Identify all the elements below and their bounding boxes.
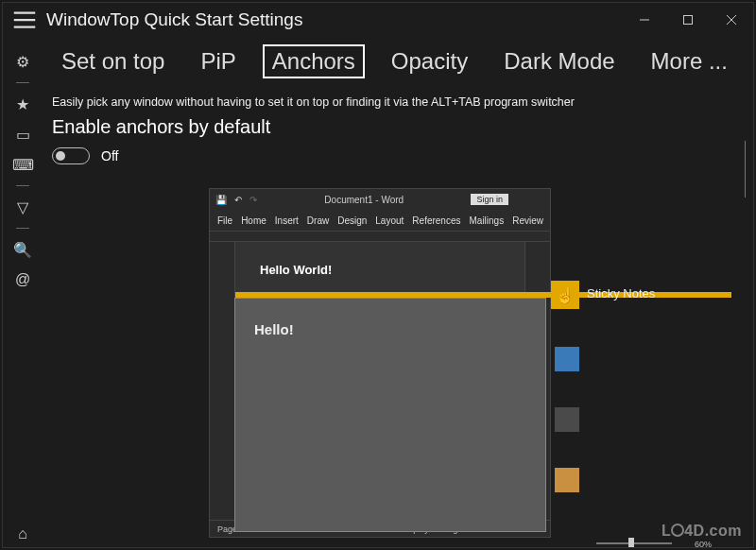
- toggle-state-text: Off: [101, 148, 118, 163]
- tab-dark-mode[interactable]: Dark Mode: [494, 44, 624, 78]
- keyboard-icon[interactable]: ⌨: [9, 151, 37, 178]
- at-icon[interactable]: @: [9, 266, 37, 293]
- word-menu: File Home Insert Draw Design Layout Refe…: [210, 210, 550, 231]
- toggle-knob: [56, 151, 65, 161]
- sticky-notes-label: Sticky Notes: [587, 286, 655, 301]
- menu-insert: Insert: [275, 215, 299, 226]
- search-icon[interactable]: 🔍: [9, 236, 37, 263]
- tab-anchors[interactable]: Anchors: [263, 44, 365, 78]
- maximize-button[interactable]: [666, 6, 710, 34]
- sticky-anchor-icon[interactable]: ☝: [551, 281, 579, 309]
- scrollbar-indicator[interactable]: [745, 141, 746, 198]
- zoom-slider-knob[interactable]: [628, 538, 634, 547]
- word-body-text: Hello World!: [260, 263, 500, 277]
- menu-home: Home: [241, 215, 266, 226]
- menu-mailings: Mailings: [469, 215, 504, 226]
- tab-bar: Set on top PiP Anchors Opacity Dark Mode…: [52, 44, 740, 78]
- tab-opacity[interactable]: Opacity: [382, 44, 477, 78]
- enable-anchors-label: Enable anchors by default: [52, 116, 740, 138]
- watermark: L4D.com: [662, 523, 742, 540]
- gear-icon[interactable]: ⚙: [9, 48, 37, 75]
- desktop-icon-3: [555, 468, 579, 492]
- menu-references: References: [412, 215, 460, 226]
- overlay-text: Hello!: [254, 321, 526, 337]
- desktop-icon-1: [555, 347, 579, 371]
- zoom-slider[interactable]: [596, 542, 672, 544]
- hand-cursor-icon: ☝: [556, 286, 575, 304]
- tab-description: Easily pick any window without having to…: [52, 95, 740, 109]
- window-title: WindowTop Quick Start Settings: [46, 9, 302, 30]
- sidebar: ⚙ ★ ▭ ⌨ ▽ 🔍 @ ⌂: [3, 37, 43, 547]
- home-icon[interactable]: ⌂: [9, 521, 37, 547]
- demo-preview: 💾 ↶ ↷ Document1 - Word Sign in File Home…: [209, 188, 729, 547]
- minimize-button[interactable]: [623, 6, 666, 34]
- filter-icon[interactable]: ▽: [9, 194, 37, 220]
- tab-more[interactable]: More ...: [642, 44, 737, 78]
- redo-icon: ↷: [249, 195, 257, 205]
- undo-icon: ↶: [234, 195, 242, 205]
- enable-anchors-toggle[interactable]: [52, 147, 90, 164]
- star-icon[interactable]: ★: [9, 91, 37, 117]
- save-icon: 💾: [215, 195, 227, 205]
- close-button[interactable]: [710, 6, 753, 34]
- menu-file: File: [217, 215, 232, 226]
- tab-set-on-top[interactable]: Set on top: [52, 44, 174, 78]
- app-window: WindowTop Quick Start Settings ⚙ ★ ▭ ⌨ ▽…: [2, 2, 754, 548]
- desktop-icon-2: [555, 407, 579, 432]
- window-controls: [623, 6, 753, 34]
- word-doc-title: Document1 - Word: [324, 195, 404, 205]
- window-icon[interactable]: ▭: [9, 121, 37, 147]
- titlebar: WindowTop Quick Start Settings: [3, 3, 753, 37]
- tab-pip[interactable]: PiP: [191, 44, 245, 78]
- hamburger-icon[interactable]: [10, 6, 39, 34]
- svg-rect-0: [684, 16, 693, 25]
- menu-design: Design: [337, 215, 367, 226]
- menu-layout: Layout: [375, 215, 404, 226]
- overlay-window: Hello!: [234, 298, 546, 532]
- signin-button: Sign in: [471, 194, 508, 205]
- menu-draw: Draw: [307, 215, 329, 226]
- menu-review: Review: [512, 215, 543, 226]
- zoom-value: 60%: [695, 540, 712, 549]
